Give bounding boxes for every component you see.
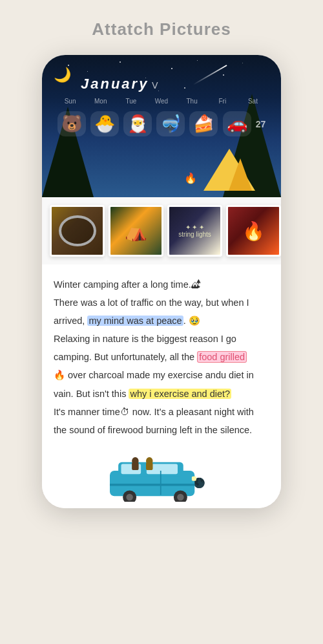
content-line1: Winter camping after a long time.🏕 [54, 276, 269, 293]
phone-frame: 🌙 January ᐯ 🔥 Sun Mon Tue Wed Thu Fri [42, 55, 281, 508]
phone-header: 🌙 January ᐯ 🔥 Sun Mon Tue Wed Thu Fri [42, 55, 281, 197]
cal-day-wed: Wed [146, 98, 176, 105]
cal-day-sat: Sat [238, 98, 268, 105]
photos-strip: ⛺ ✦ ✦ ✦string lights 🔥 [42, 197, 281, 264]
cal-day-sun: Sun [55, 98, 85, 105]
text-content: Winter camping after a long time.🏕 There… [42, 264, 281, 450]
content-line3: arrived, my mind was at peace. 🥹 [54, 312, 269, 329]
content-line7: vain. But isn't this why i exercise and … [54, 385, 269, 402]
emoji-car[interactable]: 🚗 [223, 111, 251, 136]
highlight-food: food grilled [197, 351, 247, 363]
emoji-cake[interactable]: 🍰 [189, 111, 218, 136]
cal-day-tue: Tue [116, 98, 146, 105]
cal-day-thu: Thu [177, 98, 207, 105]
bottom-illustration: Good night 🌑 [42, 450, 281, 508]
emoji-dive[interactable]: 🤿 [156, 111, 185, 136]
photo-4[interactable]: 🔥 [226, 205, 281, 257]
emoji-bear[interactable]: 🐻 [57, 111, 86, 136]
content-line5: camping. But unfortunately, all the food… [54, 349, 269, 365]
content-line6: 🔥 over charcoal made my exercise andu di… [54, 367, 269, 383]
emoji-chick[interactable]: 🐣 [90, 111, 119, 136]
cal-day-fri: Fri [207, 98, 238, 105]
highlight-exercise: why i exercise and diet? [129, 389, 231, 399]
photo-3[interactable]: ✦ ✦ ✦string lights [167, 205, 222, 257]
highlight-peace: my mind was at peace [87, 316, 183, 326]
svg-rect-9 [192, 476, 196, 480]
cal-day-mon: Mon [85, 98, 116, 105]
calendar-number: 27 [256, 119, 266, 129]
content-line8: It's manner time⏱ now. It's a pleasant n… [54, 403, 269, 420]
photo-2[interactable]: ⛺ [109, 205, 163, 257]
moon-icon: 🌙 [54, 67, 71, 83]
content-line4: Relaxing in nature is the biggest reason… [54, 330, 269, 347]
svg-point-8 [177, 494, 184, 501]
emoji-row: 🐻 🐣 🎅 🤿 🍰 🚗 27 [55, 111, 268, 136]
svg-rect-14 [146, 462, 153, 470]
van-illustration [103, 456, 207, 502]
photo-1[interactable] [50, 205, 105, 257]
page-title: Attatch Pictures [92, 19, 231, 39]
svg-point-6 [126, 494, 133, 501]
tent-icon [203, 149, 255, 191]
month-label: January [81, 76, 149, 92]
campfire-icon: 🔥 [184, 172, 197, 184]
calendar-days-row: Sun Mon Tue Wed Thu Fri Sat [55, 98, 268, 105]
emoji-santa[interactable]: 🎅 [123, 111, 152, 136]
svg-rect-10 [110, 484, 194, 486]
svg-rect-12 [132, 462, 139, 470]
van-container [103, 456, 220, 508]
content-line2: There was a lot of traffic on the way, b… [54, 294, 269, 311]
content-line9: the sound of firewood burning left in th… [54, 422, 269, 438]
